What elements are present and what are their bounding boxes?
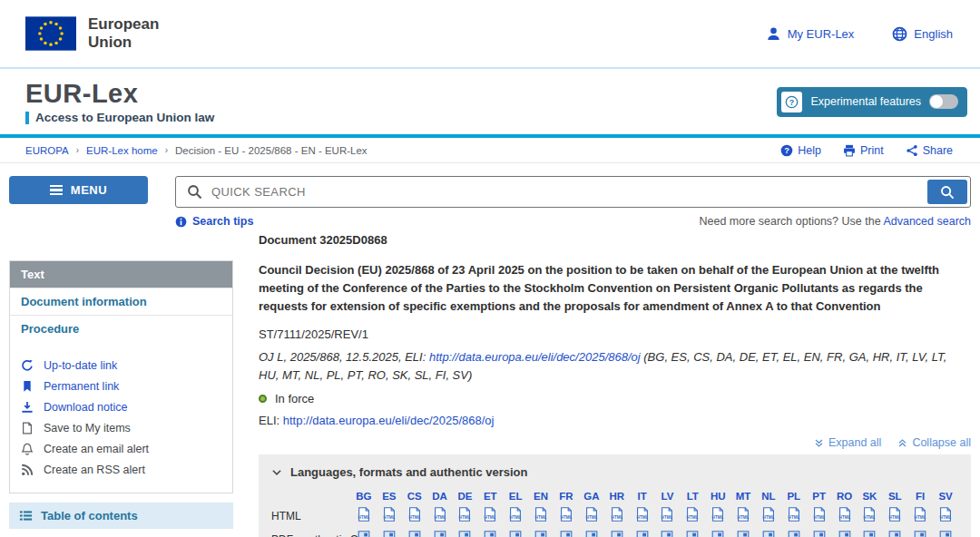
language-code-link[interactable]: SL xyxy=(882,488,907,504)
pdf-file-icon[interactable] xyxy=(377,528,402,537)
table-of-contents-button[interactable]: Table of contents xyxy=(9,503,233,529)
html-file-icon[interactable] xyxy=(604,504,630,528)
language-code-link[interactable]: SK xyxy=(858,488,883,504)
html-file-icon[interactable] xyxy=(351,504,377,528)
up-to-date-link[interactable]: Up-to-date link xyxy=(10,355,232,376)
html-file-icon[interactable] xyxy=(933,504,958,528)
quick-search-input[interactable] xyxy=(211,177,970,207)
language-code-link[interactable]: FR xyxy=(554,488,579,504)
html-file-icon[interactable] xyxy=(730,504,756,528)
html-file-icon[interactable] xyxy=(781,504,807,528)
language-code-link[interactable]: DA xyxy=(427,488,453,504)
language-code-link[interactable]: RO xyxy=(832,488,858,504)
oj-eli-link[interactable]: http://data.europa.eu/eli/dec/2025/868/o… xyxy=(429,350,641,364)
html-file-icon[interactable] xyxy=(528,504,554,528)
html-file-icon[interactable] xyxy=(579,504,604,528)
create-rss-alert-link[interactable]: Create an RSS alert xyxy=(10,459,232,480)
share-link[interactable]: Share xyxy=(906,144,953,157)
pdf-file-icon[interactable] xyxy=(705,528,730,537)
my-eurlex-link[interactable]: My EUR-Lex xyxy=(766,26,855,42)
pdf-file-icon[interactable] xyxy=(402,528,427,537)
language-code-link[interactable]: IT xyxy=(630,488,655,504)
html-file-icon[interactable] xyxy=(477,504,503,528)
pdf-file-icon[interactable] xyxy=(730,528,756,537)
sidebar-item-text[interactable]: Text xyxy=(10,261,232,288)
pdf-file-icon[interactable] xyxy=(528,528,554,537)
eli-link[interactable]: http://data.europa.eu/eli/dec/2025/868/o… xyxy=(283,414,495,427)
help-link[interactable]: Help xyxy=(780,144,821,157)
language-code-link[interactable]: HR xyxy=(604,488,630,504)
language-code-link[interactable]: ES xyxy=(377,488,402,504)
language-code-link[interactable]: EL xyxy=(503,488,528,504)
language-code-link[interactable]: DE xyxy=(453,488,478,504)
print-link[interactable]: Print xyxy=(843,144,884,157)
pdf-file-icon[interactable] xyxy=(832,528,858,537)
pdf-file-icon[interactable] xyxy=(503,528,528,537)
html-file-icon[interactable] xyxy=(503,504,528,528)
download-notice-link[interactable]: Download notice xyxy=(10,396,232,417)
language-code-link[interactable]: EN xyxy=(528,488,554,504)
breadcrumb-europa[interactable]: EUROPA xyxy=(25,145,69,156)
experimental-features-toggle[interactable] xyxy=(929,94,958,109)
html-file-icon[interactable] xyxy=(554,504,579,528)
pdf-file-icon[interactable] xyxy=(630,528,655,537)
html-file-icon[interactable] xyxy=(807,504,832,528)
experimental-features-button[interactable]: Experimental features xyxy=(777,87,967,117)
pdf-file-icon[interactable] xyxy=(933,528,958,537)
html-file-icon[interactable] xyxy=(832,504,858,528)
save-to-my-items-link[interactable]: Save to My items xyxy=(10,417,232,438)
html-file-icon[interactable] xyxy=(756,504,781,528)
permanent-link[interactable]: Permanent link xyxy=(10,376,232,396)
language-code-link[interactable]: NL xyxy=(756,488,781,504)
language-code-link[interactable]: FI xyxy=(907,488,933,504)
pdf-file-icon[interactable] xyxy=(807,528,832,537)
pdf-file-icon[interactable] xyxy=(907,528,933,537)
pdf-file-icon[interactable] xyxy=(781,528,807,537)
language-code-link[interactable]: LT xyxy=(680,488,705,504)
language-selector[interactable]: English xyxy=(892,26,953,42)
sidebar-item-document-information[interactable]: Document information xyxy=(10,288,232,315)
html-file-icon[interactable] xyxy=(907,504,933,528)
html-file-icon[interactable] xyxy=(453,504,478,528)
expand-all-link[interactable]: Expand all xyxy=(814,436,881,449)
pdf-file-icon[interactable] xyxy=(427,528,453,537)
pdf-file-icon[interactable] xyxy=(882,528,907,537)
pdf-file-icon[interactable] xyxy=(655,528,681,537)
html-file-icon[interactable] xyxy=(882,504,907,528)
help-question-icon[interactable] xyxy=(781,92,802,112)
pdf-file-icon[interactable] xyxy=(756,528,781,537)
search-tips-link[interactable]: Search tips xyxy=(175,215,253,228)
pdf-file-icon[interactable] xyxy=(858,528,883,537)
language-code-link[interactable]: MT xyxy=(730,488,756,504)
language-code-link[interactable]: CS xyxy=(402,488,427,504)
breadcrumb-eurlex-home[interactable]: EUR-Lex home xyxy=(86,145,158,156)
language-code-link[interactable]: BG xyxy=(351,488,377,504)
language-code-link[interactable]: ET xyxy=(477,488,503,504)
pdf-file-icon[interactable] xyxy=(477,528,503,537)
html-file-icon[interactable] xyxy=(427,504,453,528)
html-file-icon[interactable] xyxy=(858,504,883,528)
html-file-icon[interactable] xyxy=(377,504,402,528)
pdf-file-icon[interactable] xyxy=(453,528,478,537)
language-code-link[interactable]: SV xyxy=(933,488,958,504)
collapse-all-link[interactable]: Collapse all xyxy=(897,436,971,449)
html-file-icon[interactable] xyxy=(680,504,705,528)
create-email-alert-link[interactable]: Create an email alert xyxy=(10,438,232,459)
languages-panel-header[interactable]: Languages, formats and authentic version xyxy=(271,465,958,479)
language-code-link[interactable]: PL xyxy=(781,488,807,504)
language-code-link[interactable]: PT xyxy=(807,488,832,504)
html-file-icon[interactable] xyxy=(705,504,730,528)
language-code-link[interactable]: HU xyxy=(705,488,730,504)
advanced-search-link[interactable]: Advanced search xyxy=(883,215,971,228)
eu-logo[interactable]: European Union xyxy=(25,15,159,52)
pdf-file-icon[interactable] xyxy=(604,528,630,537)
html-file-icon[interactable] xyxy=(655,504,681,528)
pdf-file-icon[interactable] xyxy=(680,528,705,537)
pdf-file-icon[interactable] xyxy=(579,528,604,537)
menu-button[interactable]: MENU xyxy=(9,176,148,204)
language-code-link[interactable]: LV xyxy=(655,488,681,504)
search-submit-button[interactable] xyxy=(927,180,967,204)
sidebar-item-procedure[interactable]: Procedure xyxy=(10,315,232,342)
html-file-icon[interactable] xyxy=(630,504,655,528)
language-code-link[interactable]: GA xyxy=(579,488,604,504)
